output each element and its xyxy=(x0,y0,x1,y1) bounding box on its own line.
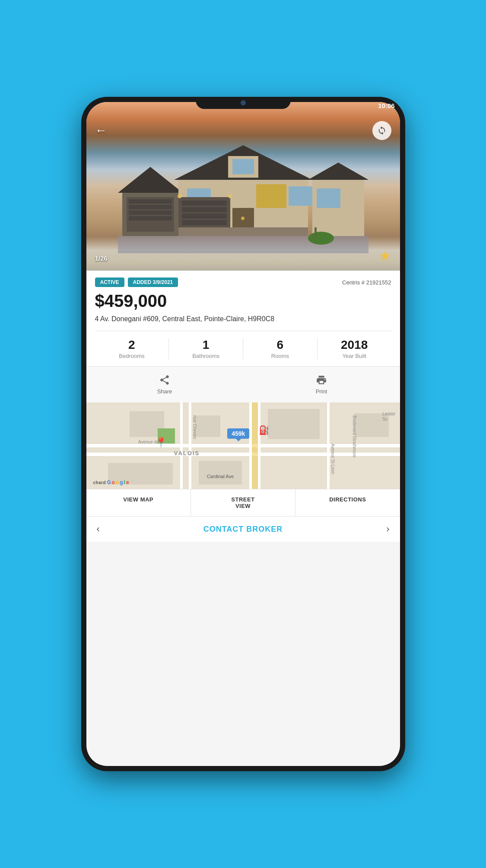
svg-marker-6 xyxy=(118,167,183,193)
rooms-label: Rooms xyxy=(243,353,317,359)
favorite-button[interactable]: ★ xyxy=(379,248,391,264)
svg-rect-42 xyxy=(268,409,320,439)
phone-frame: 10:06 xyxy=(81,97,405,771)
svg-text:nue Chester: nue Chester xyxy=(192,415,197,439)
year-built: 2018 xyxy=(318,338,391,352)
added-badge: ADDED 3/9/2021 xyxy=(128,278,178,287)
svg-marker-26 xyxy=(308,163,368,180)
badges-row: ACTIVE ADDED 3/9/2021 Centris # 21921552 xyxy=(95,278,391,287)
map-svg: Avenue de M nue Chester Boulevard Strath… xyxy=(86,402,400,489)
svg-text:Boulevard Strathmore: Boulevard Strathmore xyxy=(352,415,356,458)
status-time: 10:06 xyxy=(378,102,394,109)
year-built-stat: 2018 Year Built xyxy=(318,338,391,359)
rooms-count: 6 xyxy=(243,338,317,352)
camera xyxy=(241,100,246,105)
valois-label: VALOIS xyxy=(174,450,200,456)
phone-screen: ← 1/26 ★ ACTIVE ADDED 3/9/2021 Centris #… xyxy=(86,102,400,766)
house-illustration xyxy=(118,141,368,253)
svg-rect-19 xyxy=(182,207,227,212)
svg-rect-11 xyxy=(232,159,254,174)
view-map-button[interactable]: VIEW MAP xyxy=(86,489,191,516)
image-counter: 1/26 xyxy=(95,255,108,262)
print-button[interactable]: Print xyxy=(243,370,400,399)
price: $459,000 xyxy=(95,291,391,311)
svg-rect-18 xyxy=(182,201,227,206)
address: 4 Av. Donegani #609, Central East, Point… xyxy=(95,314,391,324)
bathrooms-label: Bathrooms xyxy=(169,353,243,359)
svg-rect-13 xyxy=(256,184,286,208)
bedrooms-stat: 2 Bedrooms xyxy=(95,338,169,359)
bathrooms-stat: 1 Bathrooms xyxy=(169,338,243,359)
actions-row: Share Print xyxy=(86,366,400,402)
share-listing-button[interactable] xyxy=(372,121,391,140)
centris-number: Centris # 21921552 xyxy=(342,279,391,286)
bottom-bar: ‹ CONTACT BROKER › xyxy=(86,516,400,542)
stats-row: 2 Bedrooms 1 Bathrooms 6 Rooms 2018 Year… xyxy=(95,331,391,366)
svg-rect-14 xyxy=(289,186,312,206)
svg-rect-45 xyxy=(199,461,242,485)
map-buttons-row: VIEW MAP STREETVIEW DIRECTIONS xyxy=(86,489,400,516)
svg-point-29 xyxy=(308,232,334,245)
back-button[interactable]: ← xyxy=(95,124,107,137)
svg-text:Avenue St Leon: Avenue St Leon xyxy=(330,444,335,474)
contact-broker-button[interactable]: CONTACT BROKER xyxy=(203,525,283,534)
svg-rect-21 xyxy=(182,220,227,225)
bathrooms-count: 1 xyxy=(169,338,243,352)
print-icon xyxy=(316,374,327,386)
share-icon xyxy=(159,374,170,386)
location-pin: 📍 xyxy=(155,437,167,448)
badges-left: ACTIVE ADDED 3/9/2021 xyxy=(95,278,178,287)
next-arrow[interactable]: › xyxy=(386,523,389,535)
rooms-stat: 6 Rooms xyxy=(243,338,318,359)
svg-text:Cardinal Ave: Cardinal Ave xyxy=(206,474,233,479)
share-button[interactable]: Share xyxy=(86,370,243,399)
google-logo: chard G o o g l e xyxy=(93,479,129,485)
directions-button[interactable]: DIRECTIONS xyxy=(295,489,400,516)
status-bar: 10:06 xyxy=(368,97,405,114)
listing-info: ACTIVE ADDED 3/9/2021 Centris # 21921552… xyxy=(86,271,400,366)
svg-rect-22 xyxy=(178,227,308,236)
refresh-icon xyxy=(377,126,387,135)
map-container[interactable]: Avenue de M nue Chester Boulevard Strath… xyxy=(86,402,400,489)
gas-station-pin: ⛽ xyxy=(259,425,270,435)
active-badge: ACTIVE xyxy=(95,278,124,287)
street-view-label: STREETVIEW xyxy=(231,496,254,509)
street-view-button[interactable]: STREETVIEW xyxy=(191,489,295,516)
svg-point-24 xyxy=(178,194,182,198)
svg-rect-4 xyxy=(129,211,172,215)
svg-rect-30 xyxy=(314,227,317,238)
property-image-container: ← 1/26 ★ xyxy=(86,102,400,271)
map-price-pin[interactable]: 459k xyxy=(227,428,249,439)
svg-rect-2 xyxy=(129,199,172,204)
bedrooms-count: 2 xyxy=(95,338,169,352)
bedrooms-label: Bedrooms xyxy=(95,353,169,359)
svg-rect-28 xyxy=(317,188,340,208)
svg-rect-41 xyxy=(194,415,220,437)
svg-rect-5 xyxy=(129,216,172,220)
svg-rect-20 xyxy=(182,214,227,219)
print-label: Print xyxy=(316,388,327,395)
property-image xyxy=(86,102,400,271)
svg-point-25 xyxy=(228,194,232,198)
svg-marker-10 xyxy=(226,145,260,156)
prev-arrow[interactable]: ‹ xyxy=(97,523,100,535)
svg-rect-3 xyxy=(129,205,172,209)
year-built-label: Year Built xyxy=(318,353,391,359)
svg-rect-16 xyxy=(241,217,245,220)
share-label: Share xyxy=(157,388,172,395)
lester-label: LesterSc xyxy=(382,411,396,421)
